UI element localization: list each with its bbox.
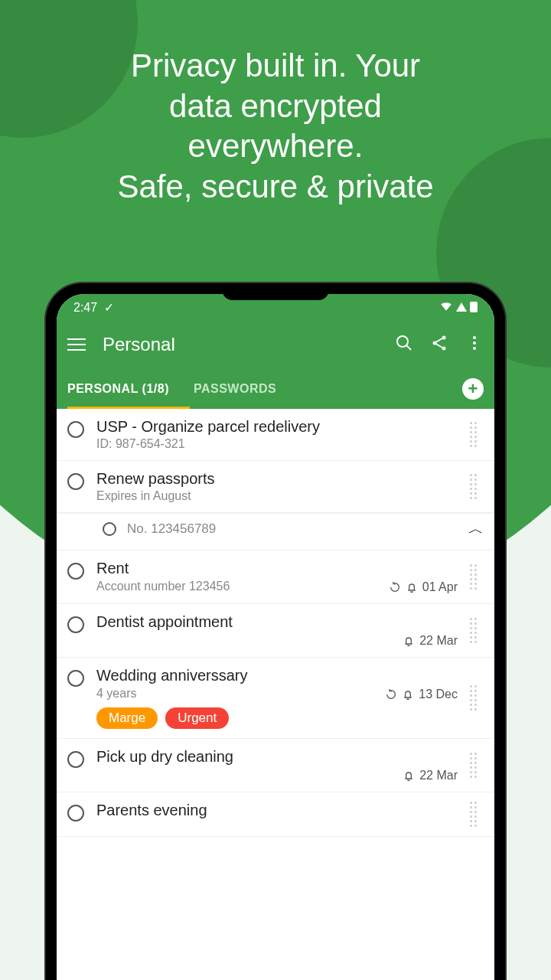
add-tab-button[interactable]: + <box>462 378 484 400</box>
svg-point-9 <box>473 347 476 350</box>
task-checkbox[interactable] <box>67 670 84 687</box>
task-date: 22 Mar <box>419 634 458 648</box>
task-checkbox[interactable] <box>67 616 84 633</box>
task-subtitle: Account number 123456 <box>96 580 389 593</box>
task-title: Rent <box>96 560 458 577</box>
signal-icon <box>456 302 467 312</box>
task-tag[interactable]: Urgent <box>165 707 229 729</box>
svg-point-8 <box>473 341 476 345</box>
task-checkbox[interactable] <box>67 751 84 768</box>
list-item[interactable]: Wedding anniverssary4 years13 DecMargeUr… <box>57 658 494 739</box>
task-checkbox[interactable] <box>67 421 84 438</box>
drag-handle-icon[interactable] <box>470 685 484 710</box>
task-subtitle: Expires in August <box>96 489 458 503</box>
subtask-title: No. 123456789 <box>127 521 216 537</box>
drag-handle-icon[interactable] <box>470 474 484 499</box>
subtask-checkbox[interactable] <box>103 522 116 536</box>
status-check-icon: ✓ <box>104 301 114 314</box>
subtask-row[interactable]: No. 123456789︿ <box>57 513 494 550</box>
page-title: Personal <box>103 334 378 355</box>
task-title: USP - Organize parcel redelivery <box>96 418 458 436</box>
svg-line-6 <box>436 344 443 348</box>
drag-handle-icon[interactable] <box>470 753 484 778</box>
phone-frame: 2:47 ✓ Personal <box>46 283 505 980</box>
list-item[interactable]: RentAccount number 12345601 Apr <box>57 550 494 604</box>
refresh-icon <box>389 581 401 593</box>
drag-handle-icon[interactable] <box>470 422 484 447</box>
share-icon[interactable] <box>430 334 448 355</box>
list-item[interactable]: Pick up dry cleaning22 Mar <box>57 739 494 792</box>
list-item[interactable]: Renew passportsExpires in August <box>57 461 494 513</box>
list-item[interactable]: USP - Organize parcel redeliveryID: 987-… <box>57 409 494 461</box>
overflow-icon[interactable] <box>465 334 484 355</box>
collapse-icon[interactable]: ︿ <box>468 518 484 539</box>
task-subtitle: ID: 987-654-321 <box>96 437 458 451</box>
task-title: Parents evening <box>96 802 458 819</box>
drag-handle-icon[interactable] <box>470 802 484 827</box>
list-item[interactable]: Dentist appointment22 Mar <box>57 604 494 658</box>
task-date: 01 Apr <box>422 580 458 594</box>
app-bar: Personal <box>57 320 494 369</box>
task-checkbox[interactable] <box>67 805 84 822</box>
task-subtitle: 4 years <box>96 687 385 701</box>
status-time: 2:47 <box>73 301 97 314</box>
bell-icon <box>403 769 415 782</box>
svg-point-0 <box>397 336 408 347</box>
task-checkbox[interactable] <box>67 473 84 490</box>
task-title: Pick up dry cleaning <box>96 748 458 766</box>
bell-icon <box>406 581 418 593</box>
bell-icon <box>403 635 415 647</box>
marketing-headline: Privacy built in. Your data encrypted ev… <box>0 0 551 207</box>
task-title: Renew passports <box>96 470 458 488</box>
task-list[interactable]: USP - Organize parcel redeliveryID: 987-… <box>57 409 494 980</box>
tab-passwords[interactable]: PASSWORDS <box>194 382 276 396</box>
svg-line-1 <box>406 345 411 350</box>
battery-icon <box>470 302 478 312</box>
tab-bar: PERSONAL (1/8) PASSWORDS + <box>57 369 494 409</box>
task-date: 13 Dec <box>419 688 458 701</box>
bell-icon <box>402 688 414 701</box>
menu-icon[interactable] <box>67 338 86 351</box>
refresh-icon <box>385 688 397 701</box>
drag-handle-icon[interactable] <box>470 564 484 590</box>
wifi-icon <box>439 299 453 315</box>
drag-handle-icon[interactable] <box>470 618 484 643</box>
svg-line-5 <box>436 338 443 342</box>
task-title: Dentist appointment <box>96 613 458 631</box>
list-item[interactable]: Parents evening <box>57 792 494 837</box>
tab-personal[interactable]: PERSONAL (1/8) <box>67 382 169 396</box>
phone-screen: 2:47 ✓ Personal <box>57 294 494 980</box>
search-icon[interactable] <box>395 334 413 355</box>
svg-point-7 <box>473 336 476 339</box>
task-tag[interactable]: Marge <box>96 707 158 729</box>
task-title: Wedding anniverssary <box>96 667 458 684</box>
task-date: 22 Mar <box>419 769 458 782</box>
task-checkbox[interactable] <box>67 563 84 580</box>
